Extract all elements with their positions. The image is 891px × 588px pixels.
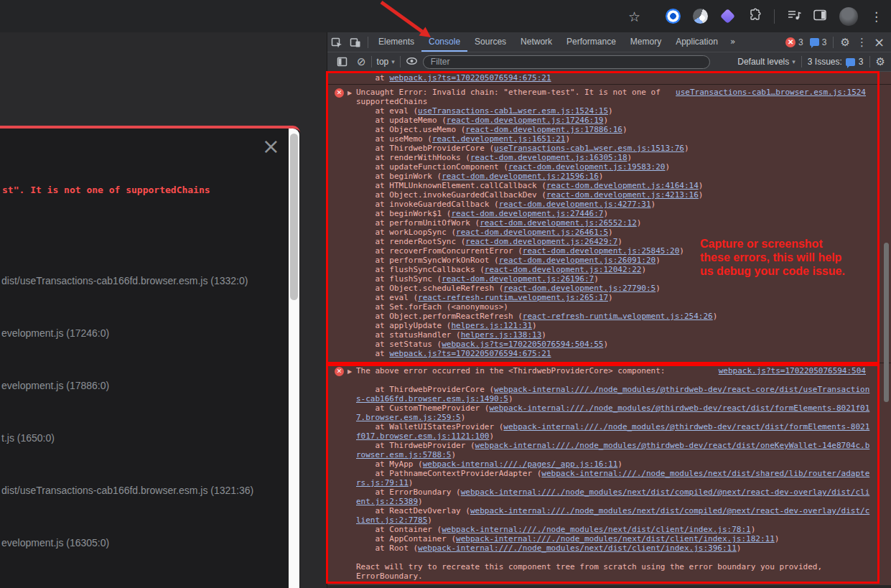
tab-application[interactable]: Application [668,32,725,52]
console-scrollbar-thumb[interactable] [884,243,889,402]
stack-link[interactable]: useTransactions-cab1…wser.esm.js:1524:15 [418,106,608,116]
tab-network[interactable]: Network [513,32,559,52]
console-sidebar-icon[interactable] [333,56,352,67]
console-line: at ThirdwebProviderCore (useTransactions… [356,144,870,153]
stack-link[interactable]: webpack-internal:///./node_modules/@thir… [503,422,869,431]
stack-link[interactable]: react-dom.development.js:17886:16 [465,125,622,134]
tab-list: ElementsConsoleSourcesNetworkPerformance… [371,32,725,52]
stack-link[interactable]: webpack-internal:///./node_modules/@thir… [494,385,869,394]
stack-text: at PathnameContextProviderAdapter ( [356,469,541,478]
stack-link[interactable]: webpack-internal:///./node_modules/next/… [541,469,869,478]
stack-link[interactable]: react-dom.development.js:26091:20 [499,256,656,265]
devtools-settings-gear-icon[interactable]: ⚙ [840,36,849,49]
stack-link[interactable]: react-dom.development.js:4164:14 [546,181,699,190]
extension-blue-circle-icon[interactable] [666,9,681,24]
console-line: at MyApp (webpack-internal:///./pages/_a… [356,459,870,469]
extension-purple-diamond-icon[interactable] [720,9,735,24]
stack-link[interactable]: webpack.js?ts=1702205076594:675:21 [389,73,551,83]
stack-link[interactable]: react-dom.development.js:27790:5 [503,284,656,293]
stack-link[interactable]: rs.js:79:11 [356,478,409,487]
stack-link[interactable]: useTransactions-cab1…wser.esm.js:1513:76 [494,144,684,153]
log-levels-dropdown[interactable]: Default levels ▾ [737,57,796,67]
source-location-link[interactable]: useTransactions-cab1…browser.esm.js:1524 [676,88,866,97]
browser-menu-kebab-icon[interactable]: ⋮ [870,9,882,24]
stack-link[interactable]: react.development.js:1651:21 [432,134,565,144]
clear-console-icon[interactable]: ⊘ [357,55,366,68]
stack-link[interactable]: react-dom.development.js:4277:31 [499,200,651,209]
profile-avatar[interactable] [839,7,858,26]
stack-link[interactable]: webpack.js?ts=1702205076594:675:21 [389,349,551,358]
console-line: at Set.forEach (<anonymous>) [356,302,870,312]
stack-link[interactable]: react-dom.development.js:12042:22 [485,265,642,274]
source-location-link[interactable]: webpack.js?ts=1702205076594:504 [719,366,866,375]
stack-link[interactable]: react-dom.development.js:16305:18 [470,153,628,162]
stack-link[interactable]: ent.js:2:5389 [356,497,418,506]
stack-link[interactable]: webpack.js?ts=1702205076594:504:55 [442,340,603,349]
bookmark-star-icon[interactable]: ☆ [628,9,640,24]
stack-link[interactable]: webpack-internal:///./node_modules/next/… [442,525,750,534]
stack-link[interactable]: react-refresh-runtim…velopment.js:254:26 [523,312,713,321]
console-line: at eval (useTransactions-cab1…wser.esm.j… [356,106,870,116]
stack-text: at useMemo ( [356,134,432,144]
tabbar-right-controls: ✕ 3 3 ⚙ ⋮ × [785,32,891,52]
stack-link[interactable]: webpack-internal:///./node_modules/@thir… [475,441,870,450]
stack-link[interactable]: react-dom.development.js:26552:12 [480,218,637,228]
stack-link[interactable]: f017.browser.esm.js:1121:100 [356,431,489,441]
stack-link[interactable]: react-dom.development.js:26196:7 [442,274,594,284]
stack-link[interactable]: webpack-internal:///./node_modules/@thir… [489,403,869,413]
stack-link[interactable]: react-dom.development.js:17246:19 [447,116,604,125]
stack-text: at eval ( [356,293,418,302]
stack-link[interactable]: 7.browser.esm.js:259:5 [356,413,461,422]
stack-link[interactable]: react-dom.development.js:27446:7 [451,209,603,218]
stack-link[interactable]: react-dom.development.js:26429:7 [465,237,617,246]
issues-counter[interactable]: 3 Issues: 3 [808,57,864,67]
tab-performance[interactable]: Performance [559,32,623,52]
stack-link[interactable]: react-dom.development.js:4213:16 [546,190,699,200]
more-tabs-icon[interactable]: » [725,32,740,52]
media-controls-icon[interactable] [787,9,801,24]
extensions-puzzle-icon[interactable] [747,8,762,25]
stack-link[interactable]: react-dom.development.js:26461:5 [456,228,608,237]
stack-text: ) [617,459,622,469]
console-line: at CustomThemeProvider (webpack-internal… [356,403,870,413]
error-count-icon[interactable]: ✕ [785,37,796,47]
console-settings-gear-icon[interactable]: ⚙ [876,55,885,68]
stack-link[interactable]: react-refresh-runtim…velopment.js:265:17 [418,293,608,302]
stack-link[interactable]: webpack-internal:///./node_modules/next/… [456,534,775,543]
extension-clock-icon[interactable] [693,9,708,24]
expand-triangle-icon[interactable]: ▶ [347,367,352,376]
devtools-menu-kebab-icon[interactable]: ⋮ [857,36,867,49]
expand-triangle-icon[interactable]: ▶ [347,88,352,98]
overlay-scrollbar-thumb[interactable] [290,134,298,300]
filter-input[interactable] [423,55,710,69]
stack-link[interactable]: helpers.js:121:31 [451,321,532,330]
stack-link[interactable]: webpack-internal:///./node_modules/next/… [470,506,869,515]
stack-text: ) [608,106,613,116]
tab-elements[interactable]: Elements [371,32,421,52]
stack-text: ) [713,312,718,321]
stack-link[interactable]: webpack-internal:///./node_modules/next/… [461,487,870,497]
stack-link[interactable]: react-dom.development.js:21596:16 [442,172,599,181]
stack-link[interactable]: react-dom.development.js:19583:20 [508,162,666,172]
context-selector[interactable]: top ▾ [377,57,395,67]
stack-link[interactable]: helpers.js:138:13 [461,330,542,340]
side-panel-icon[interactable] [813,9,827,24]
inspect-element-icon[interactable] [327,32,346,52]
stack-link[interactable]: webpack-internal:///./pages/_app.js:16:1… [423,459,618,469]
stack-link[interactable]: webpack-internal:///./node_modules/next/… [418,543,737,553]
eye-icon[interactable] [406,56,418,68]
tab-memory[interactable]: Memory [623,32,668,52]
tab-sources[interactable]: Sources [467,32,513,52]
overlay-close-icon[interactable]: × [262,136,280,157]
console-line: at webpack.js?ts=1702205076594:675:21 [356,73,870,83]
stack-link[interactable]: s-cab166fd.browser.esm.js:1490:5 [356,394,508,403]
device-toolbar-icon[interactable] [346,32,365,52]
issues-bubble-icon[interactable] [810,38,819,46]
stack-link[interactable]: react-dom.development.js:25845:20 [523,246,680,256]
tab-console[interactable]: Console [421,32,467,52]
stack-link[interactable]: lient.js:2:7785 [356,515,427,525]
stack-link[interactable]: rowser.esm.js:5788:5 [356,450,451,459]
devtools-close-icon[interactable]: × [874,34,885,50]
stack-text: at WalletUIStatesProvider ( [356,422,503,431]
overlay-scrollbar-track[interactable] [289,129,299,588]
